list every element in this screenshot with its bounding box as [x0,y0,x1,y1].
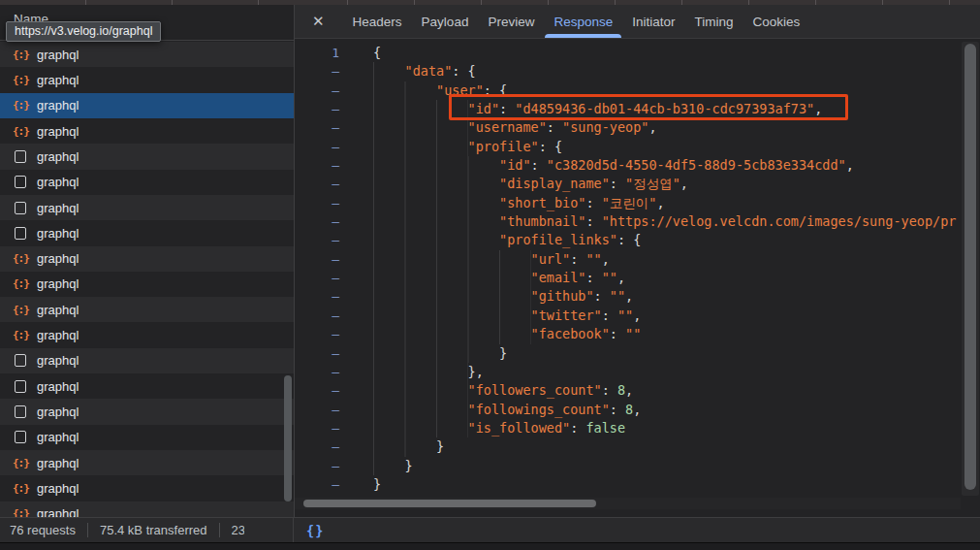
request-row[interactable]: graphql [0,501,294,517]
line-content: "followings_count": 8, [373,401,641,419]
request-name: graphql [37,251,79,266]
code-line: –"username": "sung-yeop", [295,118,961,137]
code-line: –}, [295,363,961,381]
line-gutter: – [295,81,339,100]
line-content: "profile": { [373,138,562,156]
json-braces-icon [13,125,28,138]
requests-scrollbar-thumb[interactable] [284,375,292,501]
line-content: } [373,344,507,363]
line-gutter: – [295,419,339,437]
line-content: "twitter": "", [373,307,641,325]
line-gutter: – [295,118,339,137]
request-row[interactable]: graphql [0,399,294,424]
line-gutter: – [295,62,339,81]
line-gutter: – [295,250,339,269]
indent-guides [373,212,499,231]
tab-timing[interactable]: Timing [695,5,734,38]
json-braces-icon [13,304,28,316]
indent-guides [373,325,531,343]
line-gutter: – [295,381,339,400]
line-content: "followers_count": 8, [373,381,633,400]
request-row[interactable]: graphql [0,42,294,67]
request-row[interactable]: graphql [0,246,294,272]
line-content: "profile_links": { [373,231,641,249]
line-gutter: – [295,269,339,287]
code-line: 1{ [295,44,961,62]
devtools-network-panel: Name graphqlgraphqlgraphqlgraphqlgraphql… [0,0,980,550]
line-gutter: – [295,156,339,175]
request-row[interactable]: graphql [0,450,294,475]
code-line: –"twitter": "", [295,307,961,325]
indent-guides [373,363,468,381]
indent-guides [373,437,436,456]
line-gutter: – [295,175,339,193]
request-row[interactable]: graphql [0,272,294,297]
tab-cookies[interactable]: Cookies [753,5,801,38]
resources-size-clipped: 23 [232,523,244,537]
tab-initiator[interactable]: Initiator [632,5,675,38]
request-name: graphql [37,456,79,470]
request-name: graphql [37,226,79,241]
line-content: "github": "", [373,287,633,306]
request-row[interactable]: graphql [0,170,294,195]
indent-guides [373,100,468,118]
line-content: "url": "", [373,250,610,269]
request-row[interactable]: graphql [0,297,294,322]
code-line: –"thumbnail": "https://velog.velcdn.com/… [295,212,961,231]
line-content: "username": "sung-yeop", [373,118,657,137]
request-name: graphql [37,149,79,164]
request-row[interactable]: graphql [0,425,294,450]
close-icon[interactable]: ✕ [312,13,325,30]
indent-guides [373,344,499,363]
url-tooltip: https://v3.velog.io/graphql [6,21,161,42]
request-row[interactable]: graphql [0,348,294,373]
horizontal-scrollbar[interactable] [295,498,961,509]
code-line: –} [295,457,961,475]
request-name: graphql [37,404,79,419]
tab-headers[interactable]: Headers [353,5,402,38]
request-name: graphql [37,481,79,496]
indent-guides [373,381,468,400]
format-json-icon[interactable]: {} [306,523,324,538]
line-content: }, [373,363,484,381]
line-gutter: – [295,344,339,363]
line-content: "is_followed": false [373,419,625,437]
line-gutter: – [295,194,339,212]
request-row[interactable]: graphql [0,322,294,347]
request-row[interactable]: graphql [0,195,294,220]
vertical-scrollbar-thumb[interactable] [964,44,976,490]
request-row[interactable]: graphql [0,118,294,144]
code-line: –"facebook": "" [295,325,961,343]
request-name: graphql [37,201,79,215]
request-count: 76 requests [10,523,76,537]
indent-guides [373,457,405,475]
request-name: graphql [37,506,79,517]
request-row[interactable]: graphql [0,93,294,118]
tab-payload[interactable]: Payload [422,5,469,38]
tab-response[interactable]: Response [553,5,613,38]
code-line: –"display_name": "정성엽", [295,175,961,193]
indent-guides [373,250,531,269]
document-icon [15,380,26,393]
json-braces-icon [13,482,28,495]
indent-guides [373,269,531,287]
request-row[interactable]: graphql [0,144,294,169]
vertical-scrollbar[interactable] [962,42,979,496]
indent-guides [373,118,468,137]
request-row[interactable]: graphql [0,475,294,501]
tab-strip: HeadersPayloadPreviewResponseInitiatorTi… [353,5,801,38]
indent-guides [373,287,531,306]
response-viewer: 1{–"data": {–"user": {–"id": "d4859436-d… [295,40,980,517]
horizontal-scrollbar-thumb[interactable] [303,500,596,507]
request-row[interactable]: graphql [0,220,294,245]
line-gutter: – [295,475,339,494]
request-row[interactable]: graphql [0,373,294,399]
line-gutter: – [295,212,339,231]
line-content: "email": "", [373,269,625,287]
code-line: –"id": "c3820d5d-4550-4df5-88d9-5cb83e33… [295,156,961,175]
line-gutter: – [295,401,339,419]
request-row[interactable]: graphql [0,67,294,92]
tab-preview[interactable]: Preview [488,5,534,38]
code-line: –"profile": { [295,138,961,156]
line-gutter: – [295,363,339,381]
